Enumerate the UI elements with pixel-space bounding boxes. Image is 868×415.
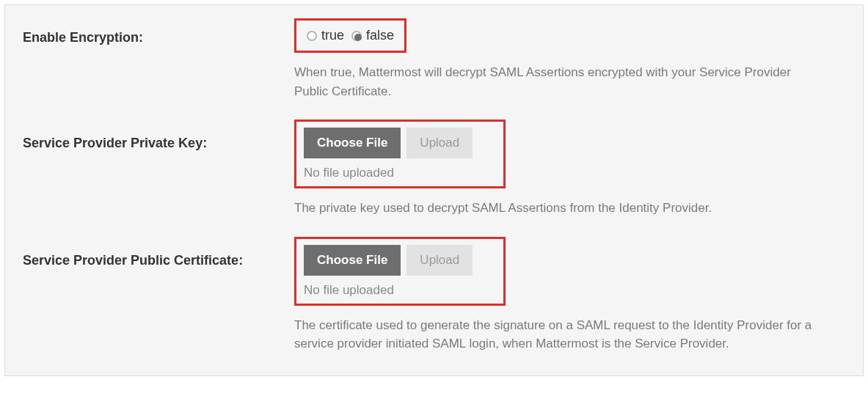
choose-file-button[interactable]: Choose File bbox=[304, 128, 401, 158]
file-status-public-cert: No file uploaded bbox=[304, 283, 493, 298]
label-private-key: Service Provider Private Key: bbox=[23, 120, 294, 151]
control-public-cert: Choose File Upload No file uploaded The … bbox=[294, 237, 845, 353]
file-status-private-key: No file uploaded bbox=[304, 166, 493, 180]
file-row-public-cert: Choose File Upload bbox=[304, 245, 493, 276]
row-private-key: Service Provider Private Key: Choose Fil… bbox=[23, 120, 845, 231]
highlight-private-key: Choose File Upload No file uploaded bbox=[294, 120, 506, 188]
settings-panel: Enable Encryption: true false When true,… bbox=[4, 4, 864, 376]
highlight-public-cert: Choose File Upload No file uploaded bbox=[294, 237, 506, 306]
row-public-cert: Service Provider Public Certificate: Cho… bbox=[23, 237, 845, 353]
help-private-key: The private key used to decrypt SAML Ass… bbox=[294, 199, 823, 218]
upload-button[interactable]: Upload bbox=[406, 245, 473, 276]
radio-group-encryption: true false bbox=[307, 28, 394, 43]
help-encryption: When true, Mattermost will decrypt SAML … bbox=[294, 63, 823, 100]
radio-encryption-false[interactable]: false bbox=[351, 28, 394, 43]
file-row-private-key: Choose File Upload bbox=[304, 128, 493, 158]
help-public-cert: The certificate used to generate the sig… bbox=[294, 316, 823, 353]
radio-icon bbox=[351, 31, 362, 41]
radio-label-false: false bbox=[366, 28, 394, 43]
control-private-key: Choose File Upload No file uploaded The … bbox=[294, 120, 845, 231]
label-enable-encryption: Enable Encryption: bbox=[23, 18, 294, 45]
upload-button[interactable]: Upload bbox=[406, 128, 473, 158]
radio-encryption-true[interactable]: true bbox=[307, 28, 344, 43]
radio-label-true: true bbox=[321, 28, 344, 43]
control-enable-encryption: true false When true, Mattermost will de… bbox=[294, 18, 845, 114]
label-public-cert: Service Provider Public Certificate: bbox=[23, 237, 294, 268]
highlight-encryption: true false bbox=[294, 18, 406, 53]
row-enable-encryption: Enable Encryption: true false When true,… bbox=[23, 18, 845, 114]
choose-file-button[interactable]: Choose File bbox=[304, 245, 401, 276]
radio-icon bbox=[307, 31, 317, 41]
